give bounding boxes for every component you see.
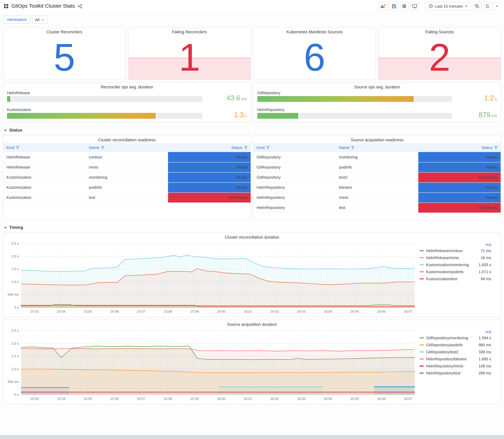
- time-series-plot[interactable]: 0 s500 ms1.0 s1.5 s2.0 s2.5 s15:5315:541…: [4, 328, 419, 402]
- zoom-out-button[interactable]: [473, 2, 481, 10]
- svg-text:15:53: 15:53: [30, 310, 39, 313]
- time-range-picker[interactable]: Last 15 minutes: [426, 2, 471, 10]
- top-nav: GitOps Toolkit Cluster Stats Last 15 min…: [0, 0, 504, 12]
- column-header-status[interactable]: Status: [418, 143, 501, 152]
- legend-item[interactable]: Kustomization/test84 ms: [419, 275, 491, 282]
- stat-value: 6: [304, 38, 325, 77]
- gauges-row: Reconciler ops avg. durationHelmRelease4…: [0, 82, 504, 122]
- refresh-button[interactable]: [483, 2, 492, 10]
- column-header-name[interactable]: Name: [336, 143, 418, 152]
- legend-item[interactable]: HelmRelease/minio16 ms: [419, 254, 491, 261]
- save-dashboard-button[interactable]: [390, 2, 398, 10]
- gauge-value: 1.2s: [457, 95, 497, 102]
- legend-item[interactable]: GitRepository/test2338 ms: [419, 348, 491, 355]
- column-header-name[interactable]: Name: [86, 143, 168, 152]
- legend-avg-header[interactable]: avg: [475, 243, 491, 246]
- panel-title[interactable]: Cluster reconciliation readiness: [3, 135, 250, 143]
- column-filter-icon[interactable]: [494, 146, 498, 149]
- status-section-toggle[interactable]: Status: [0, 124, 504, 135]
- namespace-filter-current: All: [35, 17, 39, 22]
- namespace-filter-label[interactable]: namespace: [4, 16, 30, 24]
- panel-title[interactable]: Failing Sources: [379, 27, 501, 35]
- dashboard-settings-button[interactable]: [400, 2, 408, 10]
- dashboard-grid-icon[interactable]: [4, 4, 9, 9]
- legend-item[interactable]: HelmRelease/contour71 ms: [419, 247, 491, 254]
- zoom-out-icon: [475, 4, 479, 9]
- cell-name: contour: [86, 152, 168, 162]
- legend-item[interactable]: HelmRepository/minio108 ms: [419, 363, 491, 370]
- column-filter-icon[interactable]: [101, 146, 104, 149]
- legend-item[interactable]: Kustomization/monitoring1.605 s: [419, 261, 491, 268]
- column-header-kind[interactable]: Kind: [3, 143, 86, 152]
- column-header-status[interactable]: Status: [168, 143, 250, 152]
- chevron-down-icon: [42, 18, 44, 21]
- cell-status: Ready: [418, 152, 501, 162]
- series-avg-value: 16 ms: [475, 256, 491, 260]
- chevron-down-icon: [495, 5, 499, 8]
- cell-name: test2: [336, 172, 418, 182]
- cell-kind: Kustomization: [3, 192, 86, 203]
- svg-text:0 s: 0 s: [14, 305, 19, 309]
- legend-item[interactable]: Kustomization/podinfo1.071 s: [419, 268, 491, 275]
- cell-name: podinfo: [336, 162, 418, 172]
- add-panel-icon: [380, 4, 386, 9]
- chart-row-0: Cluster reconciliation duration0 s500 ms…: [0, 232, 504, 317]
- column-header-kind[interactable]: Kind: [254, 143, 336, 152]
- gauge-bar: [257, 113, 298, 119]
- cell-kind: HelmRelease: [3, 152, 86, 162]
- time-series-plot[interactable]: 0 s500 ms1.0 s1.5 s2.0 s2.5 s15:5315:541…: [4, 241, 419, 315]
- dashboard-title: GitOps Toolkit Cluster Stats: [11, 3, 75, 9]
- gauge-track: [7, 96, 202, 102]
- panel-title[interactable]: Cluster Reconcilers: [3, 27, 125, 35]
- legend-item[interactable]: HelmRepository/bitnami1.695 s: [419, 355, 491, 363]
- svg-text:2.5 s: 2.5 s: [11, 329, 19, 332]
- series-name: Kustomization/podinfo: [426, 270, 464, 274]
- panel-title[interactable]: Source ops avg. duration: [254, 83, 501, 90]
- svg-text:2.5 s: 2.5 s: [11, 242, 19, 245]
- gauge-bar: [7, 113, 155, 119]
- panel-title[interactable]: Source acquisition duration: [3, 320, 501, 328]
- svg-text:2.0 s: 2.0 s: [11, 254, 19, 258]
- legend-avg-header[interactable]: avg: [475, 330, 491, 333]
- cycle-view-button[interactable]: [410, 2, 419, 10]
- table-panel-cluster-reconciliation-readiness: Cluster reconciliation readinessKindName…: [3, 135, 251, 219]
- panel-title[interactable]: Source acquisition readiness: [254, 135, 501, 143]
- readiness-table: KindNameStatusHelmReleasecontourReadyHel…: [3, 143, 250, 203]
- panel-title[interactable]: Kubernetes Manifests Sources: [254, 27, 376, 35]
- column-filter-icon[interactable]: [16, 146, 19, 149]
- cell-kind: HelmRepository: [254, 192, 336, 203]
- bottom-scroll-strip[interactable]: [0, 435, 504, 439]
- table-panel-source-acquisition-readiness: Source acquisition readinessKindNameStat…: [253, 135, 501, 219]
- series-color-swatch: [419, 337, 424, 338]
- clock-icon: [429, 4, 433, 8]
- svg-text:16:07: 16:07: [404, 310, 412, 313]
- share-icon[interactable]: [78, 4, 82, 8]
- monitor-icon: [412, 4, 417, 9]
- tables-row: Cluster reconciliation readinessKindName…: [0, 135, 504, 219]
- timing-section-toggle[interactable]: Timing: [0, 222, 504, 232]
- column-filter-icon[interactable]: [351, 146, 355, 149]
- panel-title[interactable]: Failing Reconcilers: [129, 27, 251, 35]
- add-panel-button[interactable]: [379, 2, 388, 10]
- svg-text:15:54: 15:54: [57, 310, 65, 313]
- panel-title[interactable]: Cluster reconciliation duration: [3, 233, 501, 241]
- cell-status: Not Ready: [418, 172, 501, 182]
- gauge-helmrelease: HelmRelease43.6ms: [7, 91, 247, 102]
- svg-text:15:59: 15:59: [190, 310, 199, 313]
- cell-kind: HelmRepository: [254, 203, 336, 213]
- namespace-filter-value[interactable]: All: [32, 16, 48, 24]
- legend-item[interactable]: HelmRepository/test289 ms: [419, 370, 491, 377]
- legend-header: avg: [419, 329, 491, 334]
- series-name: HelmRelease/minio: [426, 256, 459, 260]
- refresh-interval-dropdown[interactable]: [494, 2, 500, 10]
- column-filter-icon[interactable]: [266, 146, 270, 149]
- legend-item[interactable]: GitRepository/monitoring1.594 s: [419, 334, 491, 341]
- legend-item[interactable]: GitRepository/podinfo980 ms: [419, 341, 491, 348]
- panel-title[interactable]: Reconciler ops avg. duration: [3, 83, 250, 90]
- svg-text:16:01: 16:01: [244, 397, 252, 401]
- stat-value: 2: [429, 38, 450, 77]
- gauge-label: HelmRepository: [257, 108, 452, 112]
- variable-filters: namespace All: [0, 12, 504, 27]
- svg-text:16:00: 16:00: [217, 310, 225, 313]
- column-filter-icon[interactable]: [244, 146, 247, 149]
